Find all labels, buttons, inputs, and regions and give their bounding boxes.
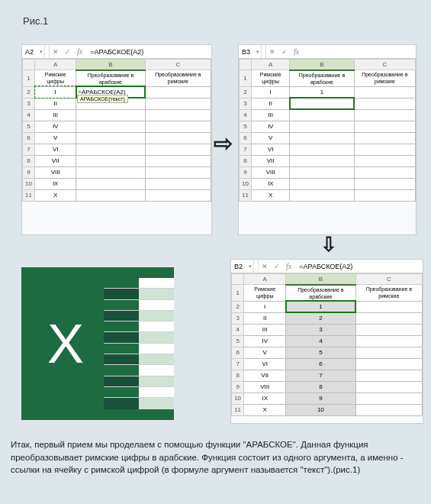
cell[interactable]: 2 <box>286 312 355 324</box>
cell[interactable] <box>290 189 354 201</box>
cell[interactable] <box>76 144 145 155</box>
cell[interactable] <box>355 381 422 393</box>
row-header[interactable]: 3 <box>232 312 244 324</box>
name-box[interactable]: B3▾ <box>239 45 262 58</box>
cell[interactable]: V <box>252 132 290 144</box>
cell[interactable] <box>76 121 145 132</box>
row-header[interactable]: 7 <box>240 144 252 155</box>
row-header[interactable]: 10 <box>232 393 244 404</box>
cell[interactable] <box>354 98 415 109</box>
cancel-icon[interactable]: ✕ <box>266 48 278 56</box>
cell[interactable] <box>355 393 422 404</box>
cell[interactable]: VIII <box>252 166 290 178</box>
chevron-down-icon[interactable]: ▾ <box>40 49 43 55</box>
col-header[interactable]: A <box>252 60 290 70</box>
cell[interactable]: 9 <box>286 393 355 404</box>
cell[interactable]: 1 <box>286 301 355 312</box>
chevron-down-icon[interactable]: ▾ <box>249 263 252 270</box>
cell[interactable]: VIII <box>35 166 76 178</box>
cell[interactable]: VII <box>252 155 290 166</box>
cell[interactable] <box>355 404 422 415</box>
spreadsheet[interactable]: A B C 1 Римские цифры Преобразование в а… <box>22 59 211 202</box>
cell[interactable]: VI <box>35 144 76 155</box>
row-header[interactable]: 8 <box>23 155 35 166</box>
cell[interactable] <box>145 121 211 132</box>
cell[interactable]: V <box>244 347 286 358</box>
row-header[interactable]: 11 <box>240 189 252 201</box>
cell[interactable] <box>290 132 354 144</box>
cell[interactable]: Преобразование в римские <box>145 70 211 87</box>
cell[interactable] <box>355 301 422 312</box>
cell[interactable]: II <box>252 98 290 109</box>
cell[interactable]: 1 <box>290 86 354 98</box>
cell[interactable]: III <box>35 109 76 121</box>
row-header[interactable]: 6 <box>23 132 35 144</box>
row-header[interactable]: 3 <box>23 98 35 109</box>
cell[interactable]: I <box>244 301 286 312</box>
cell[interactable] <box>76 132 145 144</box>
cell[interactable] <box>290 144 354 155</box>
cell[interactable] <box>354 109 415 121</box>
row-header[interactable]: 9 <box>240 166 252 178</box>
cell[interactable] <box>145 86 211 98</box>
row-header[interactable]: 11 <box>232 404 244 415</box>
cell[interactable]: Преобразование в арабские <box>286 285 355 302</box>
cell[interactable]: IX <box>35 178 76 189</box>
cell[interactable] <box>145 166 211 178</box>
cell[interactable]: II <box>244 312 286 324</box>
cell[interactable] <box>354 121 415 132</box>
name-box[interactable]: A2▾ <box>22 45 45 58</box>
cell[interactable]: 5 <box>286 347 355 358</box>
cell[interactable]: X <box>244 404 286 415</box>
row-header[interactable]: 1 <box>240 70 252 87</box>
cell[interactable] <box>355 335 422 347</box>
cell[interactable] <box>290 166 354 178</box>
cell[interactable] <box>290 155 354 166</box>
cell[interactable] <box>290 109 354 121</box>
cell[interactable] <box>145 98 211 109</box>
row-header[interactable]: 11 <box>23 189 35 201</box>
row-header[interactable]: 2 <box>240 86 252 98</box>
cell[interactable]: VII <box>244 370 286 381</box>
cell[interactable] <box>145 178 211 189</box>
row-header[interactable]: 10 <box>23 178 35 189</box>
cell[interactable] <box>355 347 422 358</box>
col-header[interactable]: B <box>76 60 145 70</box>
fx-icon[interactable]: fx <box>291 47 302 56</box>
cell[interactable] <box>76 166 145 178</box>
cell[interactable]: VI <box>252 144 290 155</box>
cell[interactable]: VIII <box>244 381 286 393</box>
cell[interactable] <box>354 189 415 201</box>
row-header[interactable]: 2 <box>23 86 35 98</box>
cell[interactable]: III <box>244 324 286 335</box>
fx-icon[interactable]: fx <box>283 262 294 270</box>
name-box[interactable]: B2▾ <box>231 260 254 273</box>
corner[interactable] <box>240 60 252 70</box>
cell[interactable]: Преобразование в арабские <box>290 70 354 87</box>
formula-text[interactable]: =АРАБСКОЕ(A2) <box>294 263 423 270</box>
cell[interactable]: 10 <box>286 404 355 415</box>
row-header[interactable]: 6 <box>232 347 244 358</box>
row-header[interactable]: 2 <box>232 301 244 312</box>
cell[interactable]: Преобразование в римские <box>355 285 422 302</box>
cell[interactable] <box>355 358 422 370</box>
cell[interactable] <box>354 166 415 178</box>
cell[interactable] <box>145 109 211 121</box>
cancel-icon[interactable]: ✕ <box>259 263 271 270</box>
row-header[interactable]: 10 <box>240 178 252 189</box>
row-header[interactable]: 1 <box>23 70 35 87</box>
cell[interactable] <box>290 98 354 109</box>
cell[interactable] <box>76 178 145 189</box>
row-header[interactable]: 1 <box>232 285 244 302</box>
accept-icon[interactable]: ✓ <box>278 48 291 56</box>
cell[interactable]: VI <box>244 358 286 370</box>
row-header[interactable]: 5 <box>23 121 35 132</box>
cancel-icon[interactable]: ✕ <box>50 48 62 56</box>
cell[interactable]: 7 <box>286 370 355 381</box>
col-header[interactable]: A <box>35 60 76 70</box>
cell[interactable]: IV <box>244 335 286 347</box>
col-header[interactable]: B <box>290 60 354 70</box>
row-header[interactable]: 4 <box>232 324 244 335</box>
cell[interactable] <box>145 144 211 155</box>
cell[interactable] <box>145 132 211 144</box>
